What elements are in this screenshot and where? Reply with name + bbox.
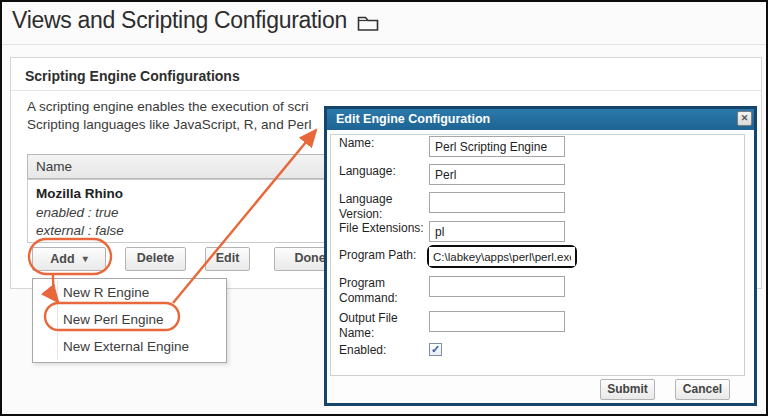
folder-icon[interactable] bbox=[356, 13, 380, 32]
add-button[interactable]: Add▾ bbox=[32, 247, 106, 271]
program-path-field[interactable] bbox=[429, 247, 575, 266]
file-extensions-label: File Extensions: bbox=[339, 221, 427, 236]
cancel-button[interactable]: Cancel bbox=[675, 379, 730, 400]
menu-item-new-r-engine[interactable]: New R Engine bbox=[33, 279, 226, 306]
program-path-label: Program Path: bbox=[339, 248, 427, 263]
output-file-name-label: Output File Name: bbox=[339, 311, 427, 340]
page-title: Views and Scripting Configuration bbox=[12, 7, 347, 34]
menu-item-new-perl-engine[interactable]: New Perl Engine bbox=[33, 306, 226, 333]
file-extensions-field[interactable] bbox=[429, 221, 565, 242]
enabled-label: Enabled: bbox=[339, 343, 427, 358]
close-icon[interactable]: ✕ bbox=[737, 111, 752, 126]
panel-description-line2: Scripting languages like JavaScript, R, … bbox=[27, 117, 311, 132]
menu-gutter-divider bbox=[57, 281, 58, 360]
edit-engine-configuration-dialog: Edit Engine Configuration ✕ Name: Langua… bbox=[324, 106, 757, 406]
output-file-name-field[interactable] bbox=[429, 311, 565, 332]
screenshot-frame: Views and Scripting Configuration Script… bbox=[0, 0, 768, 416]
panel-description-line1: A scripting engine enables the execution… bbox=[27, 99, 308, 114]
dialog-titlebar[interactable]: Edit Engine Configuration ✕ bbox=[327, 109, 754, 130]
language-version-field[interactable] bbox=[429, 192, 565, 213]
caret-down-icon: ▾ bbox=[83, 253, 88, 264]
add-dropdown-menu: New R Engine New Perl Engine New Externa… bbox=[32, 278, 227, 363]
delete-button[interactable]: Delete bbox=[125, 247, 186, 271]
name-field[interactable] bbox=[429, 136, 565, 157]
panel-header: Scripting Engine Configurations bbox=[11, 58, 761, 91]
program-command-label: Program Command: bbox=[339, 276, 427, 305]
menu-item-new-external-engine[interactable]: New External Engine bbox=[33, 333, 226, 360]
name-label: Name: bbox=[339, 136, 427, 151]
enabled-checkbox[interactable]: ✓ bbox=[429, 343, 442, 356]
dialog-form: Name: Language: Language Version: File E… bbox=[330, 134, 745, 376]
add-button-label: Add bbox=[50, 252, 74, 266]
title-divider bbox=[2, 44, 766, 45]
program-command-field[interactable] bbox=[429, 276, 565, 297]
language-version-label: Language Version: bbox=[339, 192, 427, 221]
program-path-highlight bbox=[427, 245, 577, 268]
language-label: Language: bbox=[339, 164, 427, 179]
dialog-title: Edit Engine Configuration bbox=[336, 112, 490, 126]
submit-button[interactable]: Submit bbox=[600, 379, 655, 400]
edit-button[interactable]: Edit bbox=[205, 247, 250, 271]
language-field[interactable] bbox=[429, 164, 565, 185]
